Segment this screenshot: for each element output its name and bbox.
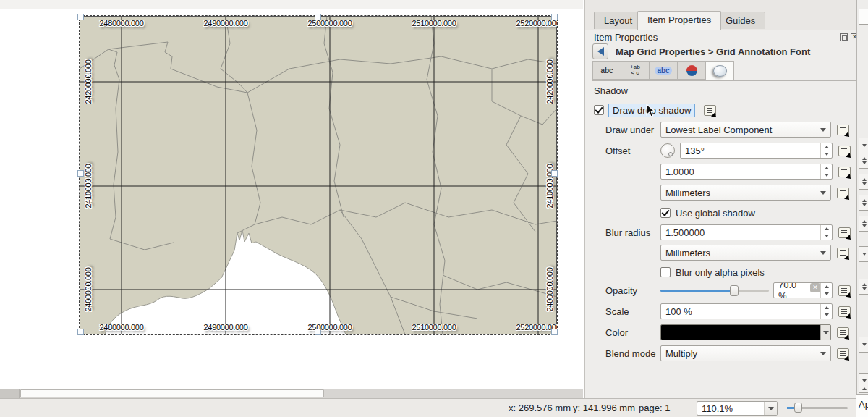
tab-shadow[interactable] bbox=[705, 61, 734, 81]
selection-handle[interactable] bbox=[315, 329, 321, 335]
spin-down-icon[interactable] bbox=[825, 153, 829, 156]
grid-label: 2490000.000 bbox=[204, 19, 248, 28]
offset-angle-dial[interactable] bbox=[660, 143, 675, 158]
opacity-label: Opacity bbox=[605, 285, 660, 296]
opacity-spinner[interactable]: 70.0 % ✕ bbox=[773, 282, 833, 298]
data-defined-override-icon[interactable] bbox=[837, 188, 849, 198]
dial-knob bbox=[668, 152, 673, 156]
chevron-down-icon bbox=[820, 251, 826, 255]
grid-label: 2480000.000 bbox=[100, 323, 144, 332]
spin-down-icon[interactable] bbox=[825, 174, 829, 177]
zoom-level-combo[interactable]: 110.1% bbox=[697, 401, 778, 416]
grid-label: 2510000.000 bbox=[412, 323, 456, 332]
shadow-color-button[interactable] bbox=[660, 324, 831, 340]
clipped-widget bbox=[859, 195, 868, 211]
layout-canvas[interactable]: 2480000.000 2490000.000 2500000.000 2510… bbox=[0, 0, 583, 388]
grid-label: 2420000.000 bbox=[545, 60, 554, 104]
draw-drop-shadow-checkbox[interactable] bbox=[594, 105, 604, 115]
selection-handle[interactable] bbox=[77, 329, 84, 335]
offset-angle-spinner[interactable]: 135° bbox=[680, 143, 833, 159]
selection-handle[interactable] bbox=[77, 170, 84, 177]
selection-handle[interactable] bbox=[551, 329, 558, 335]
text-icon: abc bbox=[600, 67, 613, 75]
slider-handle[interactable] bbox=[730, 285, 739, 296]
spin-up-icon[interactable] bbox=[825, 146, 829, 148]
tab-layout[interactable]: Layout bbox=[594, 12, 642, 29]
map-frame: 2480000.000 2490000.000 2500000.000 2510… bbox=[80, 16, 557, 334]
data-defined-override-icon[interactable] bbox=[837, 327, 849, 338]
data-defined-override-icon[interactable] bbox=[838, 306, 851, 317]
grid-label: 2400000.000 bbox=[545, 268, 554, 312]
data-defined-override-icon[interactable] bbox=[837, 125, 849, 135]
data-defined-override-icon[interactable] bbox=[838, 146, 851, 156]
formatting-icon: +ab< c bbox=[630, 64, 640, 76]
selection-handle[interactable] bbox=[551, 170, 558, 177]
blur-radius-spinner[interactable]: 1.500000 bbox=[660, 224, 833, 240]
zoom-combo-arrow[interactable] bbox=[764, 402, 777, 415]
scrollbar-thumb[interactable] bbox=[20, 389, 324, 397]
panel-title: Item Properties bbox=[594, 32, 658, 43]
chevron-down-icon bbox=[823, 331, 829, 334]
spin-up-icon[interactable] bbox=[825, 227, 829, 230]
use-global-shadow-label[interactable]: Use global shadow bbox=[676, 208, 755, 219]
clipped-widget bbox=[859, 138, 868, 153]
data-defined-override-icon[interactable] bbox=[704, 105, 716, 116]
scrollbar-left-button[interactable] bbox=[0, 389, 20, 398]
draw-under-select[interactable]: Lowest Label Component bbox=[660, 122, 831, 138]
spin-down-icon[interactable] bbox=[825, 235, 829, 237]
zoom-slider[interactable] bbox=[787, 402, 848, 413]
clipped-widget bbox=[859, 246, 868, 262]
draw-under-label: Draw under bbox=[605, 125, 660, 135]
use-global-shadow-checkbox[interactable] bbox=[660, 208, 671, 218]
clipped-panel-edge bbox=[856, 0, 868, 394]
spin-down-icon[interactable] bbox=[825, 292, 829, 295]
tab-item-properties[interactable]: Item Properties bbox=[637, 11, 721, 30]
selection-handle[interactable] bbox=[77, 14, 84, 20]
scale-spinner[interactable]: 100 % bbox=[660, 303, 833, 319]
clipped-widget bbox=[859, 174, 868, 190]
map-item[interactable]: 2480000.000 2490000.000 2500000.000 2510… bbox=[80, 16, 557, 334]
tab-background[interactable] bbox=[677, 61, 706, 80]
blur-radius-label: Blur radius bbox=[605, 227, 660, 238]
spin-up-icon[interactable] bbox=[825, 306, 829, 309]
float-panel-icon[interactable] bbox=[840, 33, 848, 41]
zoom-slider-handle[interactable] bbox=[794, 403, 802, 413]
clipped-widget bbox=[859, 9, 868, 25]
grid-label: 2420000.000 bbox=[84, 60, 93, 104]
color-swatch bbox=[661, 325, 820, 340]
back-button[interactable] bbox=[592, 43, 608, 59]
scale-label: Scale bbox=[605, 306, 660, 317]
clipped-widget bbox=[859, 279, 868, 295]
opacity-slider[interactable] bbox=[660, 282, 769, 298]
shadow-icon bbox=[713, 65, 727, 77]
blend-mode-select[interactable]: Multiply bbox=[660, 345, 831, 361]
offset-distance-spinner[interactable]: 1.0000 bbox=[660, 164, 833, 180]
clear-icon[interactable]: ✕ bbox=[810, 283, 820, 292]
grid-label: 2490000.000 bbox=[204, 323, 248, 332]
background-icon bbox=[686, 65, 697, 76]
spin-up-icon[interactable] bbox=[825, 167, 829, 169]
spin-down-icon[interactable] bbox=[825, 313, 829, 316]
status-bar: x: 269.576 mm y: 141.996 mm page: 1 110.… bbox=[0, 398, 868, 417]
data-defined-override-icon[interactable] bbox=[838, 167, 851, 177]
data-defined-override-icon[interactable] bbox=[837, 248, 849, 258]
data-defined-override-icon[interactable] bbox=[837, 348, 849, 359]
offset-units-select[interactable]: Millimeters bbox=[660, 185, 831, 201]
selection-handle[interactable] bbox=[315, 14, 321, 20]
blur-alpha-label[interactable]: Blur only alpha pixels bbox=[676, 267, 765, 278]
tab-guides[interactable]: Guides bbox=[715, 12, 765, 29]
tab-text[interactable]: abc bbox=[592, 61, 621, 80]
selection-handle[interactable] bbox=[551, 14, 558, 20]
chevron-down-icon bbox=[820, 352, 826, 355]
blur-alpha-checkbox[interactable] bbox=[660, 267, 671, 277]
spin-up-icon[interactable] bbox=[825, 285, 829, 288]
data-defined-override-icon[interactable] bbox=[838, 285, 851, 296]
clipped-widget bbox=[859, 216, 868, 232]
horizontal-scrollbar[interactable] bbox=[0, 389, 583, 398]
blur-units-select[interactable]: Millimeters bbox=[660, 245, 831, 261]
tab-buffer[interactable]: abc bbox=[649, 61, 678, 80]
data-defined-override-icon[interactable] bbox=[838, 227, 851, 238]
tab-formatting[interactable]: +ab< c bbox=[621, 61, 650, 80]
chevron-down-icon bbox=[820, 128, 826, 132]
item-properties-panel: Layout Item Properties Guides Item Prope… bbox=[584, 0, 856, 398]
